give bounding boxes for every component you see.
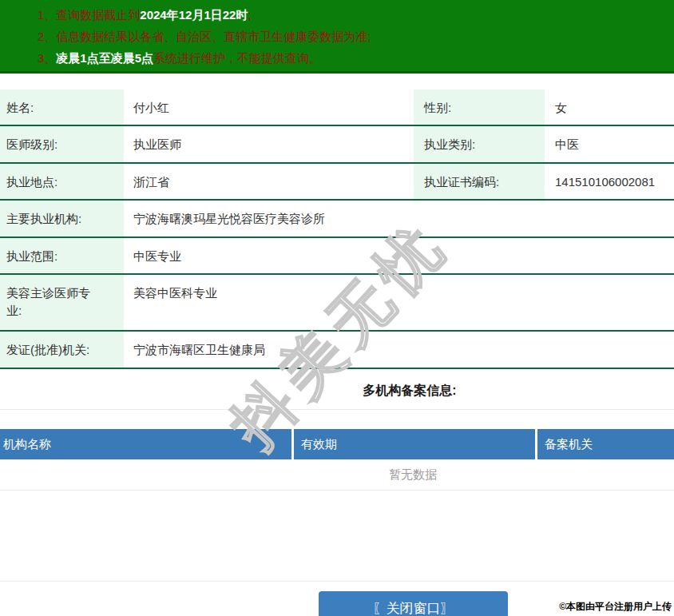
copyright-note: ©本图由平台注册用户上传 bbox=[559, 600, 672, 614]
table-row-name-gender: 姓名: 付小红 性别: 女 bbox=[0, 89, 674, 126]
field-label-license-number: 执业证书编码: bbox=[414, 164, 545, 199]
field-value-issuing-authority: 宁波市海曙区卫生健康局 bbox=[124, 332, 674, 368]
notice-1-text: 查询数据截止到 bbox=[56, 8, 140, 22]
field-value-name: 付小红 bbox=[124, 89, 411, 125]
notice-banner-inner: 1、查询数据截止到2024年12月1日22时; 2、信息数据结果以各省、自治区、… bbox=[0, 0, 674, 69]
divider bbox=[0, 581, 674, 582]
field-label-cosmetic-specialty: 美容主诊医师专业: bbox=[0, 275, 124, 330]
field-value-gender: 女 bbox=[545, 89, 674, 125]
field-label-practice-location: 执业地点: bbox=[0, 164, 124, 199]
column-header-institution-name: 机构名称 bbox=[0, 429, 291, 459]
filing-section-title: 多机构备案信息: bbox=[0, 370, 674, 409]
field-value-practice-category: 中医 bbox=[545, 126, 674, 162]
notice-1-number: 1、 bbox=[38, 8, 56, 22]
notice-3-suffix: 系统进行维护，不能提供查询。 bbox=[153, 51, 321, 65]
notice-2-text: 信息数据结果以各省、自治区、直辖市卫生健康委数据为准; bbox=[56, 30, 371, 43]
field-label-doctor-level: 医师级别: bbox=[0, 126, 124, 162]
field-value-doctor-level: 执业医师 bbox=[124, 126, 411, 162]
notice-3-number: 3、 bbox=[38, 51, 56, 65]
divider bbox=[0, 409, 674, 410]
empty-data-message: 暂无数据 bbox=[0, 459, 674, 490]
column-header-filing-authority: 备案机关 bbox=[537, 429, 674, 459]
notice-line-1: 1、查询数据截止到2024年12月1日22时; bbox=[38, 4, 666, 26]
field-label-gender: 性别: bbox=[414, 89, 545, 125]
field-value-license-number: 141510106002081 bbox=[545, 164, 674, 199]
field-value-cosmetic-specialty: 美容中医科专业 bbox=[124, 275, 674, 330]
notice-line-3: 3、凌晨1点至凌晨5点系统进行维护，不能提供查询。 bbox=[38, 47, 666, 69]
table-row-level-category: 医师级别: 执业医师 执业类别: 中医 bbox=[0, 126, 674, 164]
field-label-practice-category: 执业类别: bbox=[414, 126, 545, 162]
table-row-location-license: 执业地点: 浙江省 执业证书编码: 141510106002081 bbox=[0, 164, 674, 201]
table-row-practice-scope: 执业范围: 中医专业 bbox=[0, 238, 674, 275]
notice-3-highlight: 凌晨1点至凌晨5点 bbox=[56, 51, 153, 65]
field-value-practice-scope: 中医专业 bbox=[124, 238, 674, 273]
notice-line-2: 2、信息数据结果以各省、自治区、直辖市卫生健康委数据为准; bbox=[38, 26, 666, 47]
column-header-validity-period: 有效期 bbox=[294, 429, 535, 459]
notice-1-suffix: ; bbox=[248, 8, 251, 22]
field-label-practice-scope: 执业范围: bbox=[0, 238, 124, 273]
filing-table-header: 机构名称 有效期 备案机关 bbox=[0, 429, 674, 459]
field-value-main-institution: 宁波海曙澳玛星光悦容医疗美容诊所 bbox=[124, 201, 674, 236]
field-value-practice-location: 浙江省 bbox=[124, 164, 411, 199]
field-label-issuing-authority: 发证(批准)机关: bbox=[0, 332, 124, 368]
table-row-cosmetic-specialty: 美容主诊医师专业: 美容中医科专业 bbox=[0, 275, 674, 332]
table-row-issuing-authority: 发证(批准)机关: 宁波市海曙区卫生健康局 bbox=[0, 332, 674, 369]
field-label-name: 姓名: bbox=[0, 89, 124, 125]
close-window-button[interactable]: 〖关闭窗口〗 bbox=[319, 591, 508, 616]
field-label-main-institution: 主要执业机构: bbox=[0, 201, 124, 236]
notice-banner: 1、查询数据截止到2024年12月1日22时; 2、信息数据结果以各省、自治区、… bbox=[0, 0, 674, 74]
table-row-main-institution: 主要执业机构: 宁波海曙澳玛星光悦容医疗美容诊所 bbox=[0, 201, 674, 238]
query-result-page: 1、查询数据截止到2024年12月1日22时; 2、信息数据结果以各省、自治区、… bbox=[0, 0, 674, 616]
doctor-info-table: 姓名: 付小红 性别: 女 医师级别: 执业医师 执业类别: 中医 执业地点: … bbox=[0, 89, 674, 369]
notice-1-highlight: 2024年12月1日22时 bbox=[140, 8, 248, 22]
notice-2-number: 2、 bbox=[38, 30, 56, 43]
divider bbox=[0, 490, 674, 491]
